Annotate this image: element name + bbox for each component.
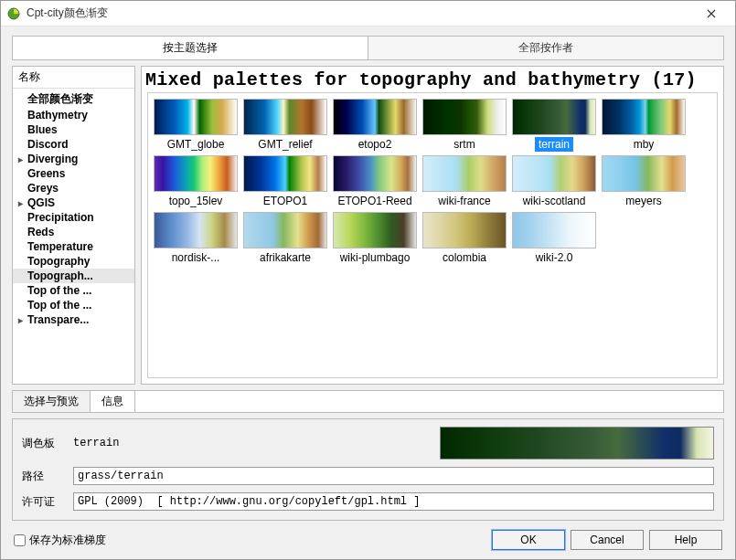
tree-item[interactable]: Top of the ... <box>13 298 134 312</box>
thumb-label: terrain <box>535 137 573 152</box>
tree-item[interactable]: Blues <box>13 122 134 137</box>
gallery-thumb[interactable]: wiki-scotland <box>510 155 598 208</box>
app-icon <box>6 6 21 21</box>
thumb-label: nordisk-... <box>168 250 224 265</box>
tab-by-topic[interactable]: 按主题选择 <box>13 37 368 59</box>
tab-select-preview[interactable]: 选择与预览 <box>13 391 91 412</box>
cancel-button[interactable]: Cancel <box>571 530 644 550</box>
license-label: 许可证 <box>22 494 64 510</box>
swatch <box>602 99 686 135</box>
tree-item[interactable]: ▸Transpare... <box>13 312 134 327</box>
gallery-title: Mixed palettes for topography and bathym… <box>142 67 723 92</box>
thumb-label: srtm <box>450 137 478 152</box>
gallery-thumb[interactable]: wiki-2.0 <box>510 212 598 265</box>
thumb-label: mby <box>630 137 658 152</box>
gallery-thumb[interactable]: afrikakarte <box>241 212 329 265</box>
thumb-label: colombia <box>439 250 490 265</box>
gallery-body[interactable]: GMT_globeGMT_reliefetopo2srtmterrainmbyt… <box>147 92 718 378</box>
tree-item-label: Transpare... <box>27 313 89 326</box>
gallery-thumb[interactable]: mby <box>600 99 688 152</box>
tree-header[interactable]: 名称 <box>13 67 134 89</box>
swatch <box>422 212 507 248</box>
tree-item-label: Top of the ... <box>27 284 91 297</box>
tab-info[interactable]: 信息 <box>91 391 135 412</box>
thumb-label: GMT_relief <box>254 137 315 152</box>
tree-item-label: QGIS <box>27 196 55 209</box>
tree-item[interactable]: Top of the ... <box>13 283 134 298</box>
gallery-thumb[interactable]: ETOPO1 <box>241 155 329 208</box>
thumb-label: ETOPO1-Reed <box>334 194 415 208</box>
tree-item-label: Temperature <box>27 240 93 253</box>
tree-item[interactable]: Topograph... <box>13 269 134 283</box>
help-button[interactable]: Help <box>649 530 722 550</box>
path-label: 路径 <box>22 469 64 484</box>
thumb-label: etopo2 <box>355 137 396 152</box>
close-button[interactable] <box>693 1 730 26</box>
gallery-thumb[interactable]: GMT_globe <box>152 99 240 152</box>
gallery-thumb[interactable]: colombia <box>421 212 508 265</box>
tree-item-label: Diverging <box>27 153 78 165</box>
gallery-thumb[interactable]: topo_15lev <box>152 155 240 208</box>
window-title: Cpt-city颜色渐变 <box>27 5 693 21</box>
save-standard-label: 保存为标准梯度 <box>29 533 106 548</box>
swatch <box>422 155 507 192</box>
license-input[interactable] <box>73 492 714 511</box>
gallery-thumb[interactable]: wiki-plumbago <box>331 212 419 265</box>
tree-item[interactable]: Temperature <box>13 239 134 254</box>
tree-item[interactable]: Precipitation <box>13 210 134 225</box>
tree-item-label: Discord <box>27 138 69 151</box>
gallery-thumb[interactable]: nordisk-... <box>152 212 240 265</box>
ok-button[interactable]: OK <box>492 530 565 550</box>
swatch <box>602 155 686 192</box>
swatch <box>243 212 327 248</box>
preview-tabs: 选择与预览 信息 <box>12 390 724 413</box>
tree-panel: 名称 全部颜色渐变BathymetryBluesDiscord▸Divergin… <box>12 66 135 385</box>
tree-item-label: Greys <box>27 182 59 195</box>
expand-arrow-icon: ▸ <box>18 198 27 208</box>
preview-box: 调色板 terrain 路径 许可证 <box>12 418 724 521</box>
gallery-thumb[interactable]: ETOPO1-Reed <box>331 155 419 208</box>
top-tabs: 按主题选择 全部按作者 <box>12 36 724 60</box>
gallery-thumb[interactable]: wiki-france <box>421 155 508 208</box>
gallery-thumb[interactable]: srtm <box>421 99 508 152</box>
tree-item[interactable]: ▸Diverging <box>13 152 134 166</box>
gallery-thumb[interactable]: GMT_relief <box>241 99 329 152</box>
save-standard-checkbox[interactable]: 保存为标准梯度 <box>14 533 106 548</box>
gallery-thumb[interactable]: meyers <box>600 155 688 208</box>
tree-item[interactable]: ▸QGIS <box>13 195 134 210</box>
tree-item[interactable]: Greens <box>13 166 134 181</box>
swatch <box>243 155 327 192</box>
titlebar: Cpt-city颜色渐变 <box>1 1 735 26</box>
thumb-label: ETOPO1 <box>260 194 311 208</box>
swatch <box>333 155 417 192</box>
thumb-label: wiki-2.0 <box>532 250 577 265</box>
tree-item-label: Bathymetry <box>27 109 88 122</box>
tree-item-label: Topograph... <box>27 269 93 282</box>
tab-by-author[interactable]: 全部按作者 <box>368 37 723 59</box>
tree-item[interactable]: Reds <box>13 225 134 239</box>
tree-item[interactable]: Bathymetry <box>13 108 134 122</box>
thumb-label: topo_15lev <box>165 194 227 208</box>
tree-list[interactable]: 全部颜色渐变BathymetryBluesDiscord▸DivergingGr… <box>13 89 134 384</box>
path-input[interactable] <box>73 467 714 485</box>
thumb-label: wiki-scotland <box>519 194 590 208</box>
tree-item-label: Topography <box>27 255 90 268</box>
thumb-label: meyers <box>622 194 665 208</box>
swatch <box>422 99 507 135</box>
tree-item[interactable]: Topography <box>13 254 134 269</box>
gallery-thumb[interactable]: etopo2 <box>331 99 419 152</box>
tree-item[interactable]: Discord <box>13 137 134 152</box>
gallery-thumb[interactable]: terrain <box>510 99 598 152</box>
thumb-label: afrikakarte <box>256 250 315 265</box>
swatch <box>512 155 596 192</box>
swatch <box>333 99 417 135</box>
footer: 保存为标准梯度 OK Cancel Help <box>12 526 724 552</box>
save-standard-input[interactable] <box>14 534 26 546</box>
swatch <box>512 99 596 135</box>
thumb-label: wiki-france <box>434 194 494 208</box>
expand-arrow-icon: ▸ <box>18 154 27 164</box>
tree-item-label: Precipitation <box>27 211 94 224</box>
tree-item[interactable]: 全部颜色渐变 <box>13 90 134 108</box>
swatch <box>512 212 596 248</box>
tree-item[interactable]: Greys <box>13 181 134 195</box>
